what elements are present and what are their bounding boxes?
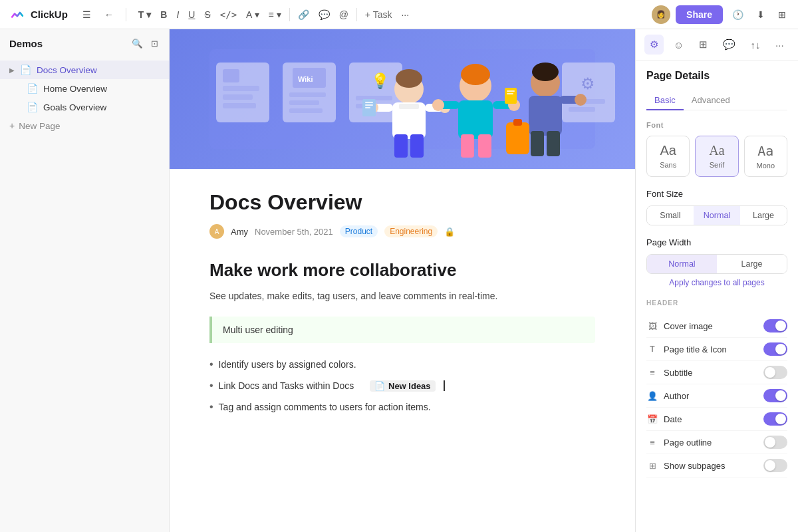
underline-button[interactable]: U <box>184 7 199 23</box>
sidebar-toggle-button[interactable]: ⊡ <box>150 37 160 50</box>
more-options-button[interactable]: ··· <box>397 7 413 23</box>
apply-changes-link[interactable]: Apply changes to all pages <box>646 278 787 287</box>
svg-rect-34 <box>365 107 370 108</box>
toggle-author: 👤 Author <box>646 384 787 408</box>
panel-title: Page Details <box>646 70 787 82</box>
tab-advanced[interactable]: Advanced <box>684 91 738 110</box>
page-outline-icon: ≡ <box>646 438 658 448</box>
font-size-normal[interactable]: Normal <box>694 206 740 225</box>
text-format-button[interactable]: T ▾ <box>134 7 155 23</box>
font-option-sans[interactable]: Aa Sans <box>646 136 690 177</box>
svg-rect-11 <box>289 100 319 105</box>
doc-icon-2: 📄 <box>27 83 38 94</box>
sidebar-item-home-overview[interactable]: 📄 Home Overview <box>0 79 169 98</box>
app-name: ClickUp <box>31 9 68 20</box>
svg-rect-50 <box>531 131 544 156</box>
sidebar-item-label: Docs Overview <box>37 65 97 75</box>
format-group: T ▾ B I U S </> A ▾ ≡ ▾ 🔗 💬 @ + Task ··· <box>134 7 413 23</box>
tab-basic[interactable]: Basic <box>646 91 684 110</box>
list-item: Link Docs and Tasks within Docs 📄 New Id… <box>209 375 595 396</box>
page-title-toggle[interactable] <box>763 342 787 356</box>
show-subpages-toggle[interactable] <box>763 459 787 472</box>
author-icon: 👤 <box>646 391 658 401</box>
menu-button[interactable]: ☰ <box>78 7 95 23</box>
width-large[interactable]: Large <box>717 255 787 273</box>
svg-rect-6 <box>223 103 256 108</box>
svg-point-42 <box>432 99 444 111</box>
subtitle-toggle[interactable] <box>763 366 787 379</box>
svg-text:⚙: ⚙ <box>581 74 595 92</box>
strikethrough-button[interactable]: S <box>200 7 214 23</box>
sidebar-item-goals-overview[interactable]: 📄 Goals Overview <box>0 98 169 116</box>
svg-rect-44 <box>505 88 517 104</box>
tag-product: Product <box>340 225 378 237</box>
download-button[interactable]: ⬇ <box>753 7 769 23</box>
width-normal[interactable]: Normal <box>647 255 717 273</box>
toolbar: ClickUp ☰ ← T ▾ B I U S </> A ▾ ≡ ▾ 🔗 💬 … <box>0 0 798 29</box>
bold-button[interactable]: B <box>156 7 171 23</box>
sidebar-item-label-2: Home Overview <box>43 84 107 94</box>
align-button[interactable]: ≡ ▾ <box>265 7 285 23</box>
svg-point-0 <box>8 5 27 24</box>
new-page-button[interactable]: + New Page <box>0 116 169 135</box>
emoji-panel-button[interactable]: ☺ <box>668 35 689 55</box>
add-task-button[interactable]: + Task <box>361 7 396 23</box>
settings-panel-button[interactable]: ⚙ <box>644 35 664 55</box>
toggle-author-label: Author <box>664 391 689 401</box>
content-area: Wiki 💡 ⚙ <box>170 29 635 532</box>
show-subpages-icon: ⊞ <box>646 461 658 471</box>
svg-rect-3 <box>223 69 239 82</box>
font-size-large[interactable]: Large <box>740 206 787 225</box>
color-button[interactable]: A ▾ <box>242 7 263 23</box>
italic-button[interactable]: I <box>172 7 183 23</box>
page-width-options: Normal Large <box>646 254 787 274</box>
search-button[interactable]: 🔍 <box>130 37 144 50</box>
svg-rect-26 <box>410 134 424 158</box>
cover-image: Wiki 💡 ⚙ <box>170 29 635 169</box>
expand-button[interactable]: ⊞ <box>774 7 790 23</box>
privacy-icon: 🔒 <box>444 227 455 237</box>
svg-rect-38 <box>461 134 474 158</box>
sidebar-header-actions: 🔍 ⊡ <box>130 37 160 50</box>
document-meta: A Amy November 5th, 2021 Product Enginee… <box>209 224 595 239</box>
cover-image-toggle[interactable] <box>763 319 787 332</box>
font-serif-label: Serif <box>710 161 725 169</box>
svg-rect-10 <box>289 92 326 97</box>
divider-3 <box>356 8 357 21</box>
share-button[interactable]: Share <box>676 5 723 24</box>
page-outline-toggle[interactable] <box>763 436 787 449</box>
font-size-small[interactable]: Small <box>647 206 694 225</box>
author-toggle[interactable] <box>763 389 787 402</box>
mention-button[interactable]: @ <box>335 7 352 23</box>
font-option-serif[interactable]: Aa Serif <box>695 136 738 177</box>
doc-link-icon: 📄 <box>374 381 385 391</box>
more-panel-button[interactable]: ··· <box>770 35 789 55</box>
date-toggle[interactable] <box>763 412 787 426</box>
document-title: Docs Overview <box>209 190 595 215</box>
inline-link[interactable]: 📄 New Ideas <box>370 380 436 392</box>
svg-text:Wiki: Wiki <box>298 75 313 83</box>
toggle-cover-image: 🖼 Cover image <box>646 315 787 338</box>
comment-panel-button[interactable]: 💬 <box>718 35 741 55</box>
font-sans-preview: Aa <box>660 143 676 158</box>
sidebar-title: Demos <box>9 38 43 49</box>
font-option-mono[interactable]: Aa Mono <box>744 136 787 177</box>
svg-rect-54 <box>506 122 529 154</box>
sidebar-item-docs-overview[interactable]: ▶ 📄 Docs Overview <box>0 61 169 79</box>
code-button[interactable]: </> <box>216 7 241 23</box>
cover-illustration: Wiki 💡 ⚙ <box>176 29 628 169</box>
svg-rect-33 <box>365 104 373 106</box>
plus-icon: + <box>9 120 15 131</box>
document-list: Identify users by assigned colors. Link … <box>209 354 595 418</box>
link-button[interactable]: 🔗 <box>294 7 313 23</box>
doc-icon: 📄 <box>20 65 31 75</box>
page-width-label: Page Width <box>646 237 787 247</box>
back-button[interactable]: ← <box>100 7 118 23</box>
doc-icon-3: 📄 <box>27 102 38 112</box>
grid-panel-button[interactable]: ⊞ <box>694 35 713 55</box>
sort-panel-button[interactable]: ↑↓ <box>745 35 765 55</box>
history-button[interactable]: 🕐 <box>728 7 747 23</box>
cover-image-icon: 🖼 <box>646 321 658 331</box>
svg-rect-46 <box>507 93 513 94</box>
comment-button[interactable]: 💬 <box>315 7 334 23</box>
